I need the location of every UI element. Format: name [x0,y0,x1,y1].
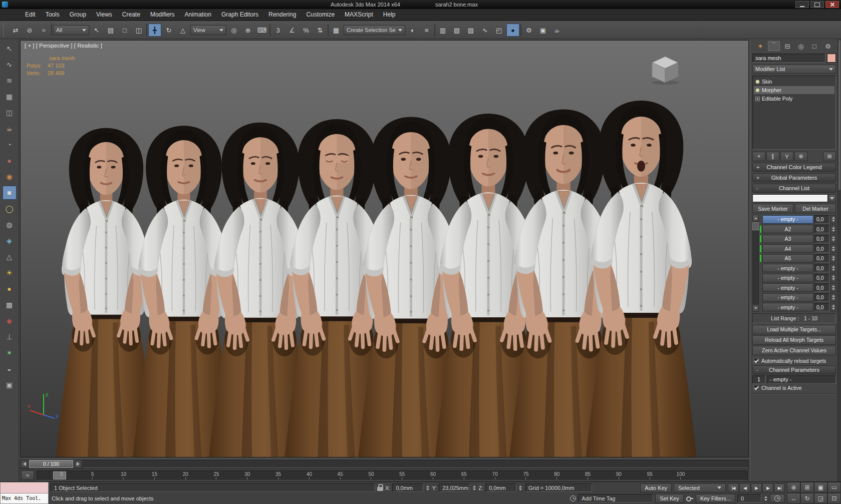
morpher-action-button[interactable]: Zero Active Channel Values [752,346,836,355]
viewport-label[interactable]: [ + ] [ Perspective ] [ Realistic ] [25,43,102,49]
channel-spinner[interactable] [830,215,836,224]
channel-button[interactable]: A3 [762,235,813,243]
diamond-tool-icon[interactable]: ◈ [3,234,17,248]
channel-value-field[interactable]: 0,0 [814,225,829,233]
menu-item[interactable]: Rendering [263,9,301,21]
z-coordinate-field[interactable]: 0,0mm [485,483,516,492]
channel-spinner[interactable] [830,293,836,302]
grid-tool-icon[interactable]: ▦ [3,90,17,104]
channel-value-field[interactable]: 0,0 [814,215,829,224]
zoom-all-button[interactable]: ⊞ [800,482,814,492]
square-tool-icon[interactable]: ▣ [3,378,17,392]
next-frame-button[interactable]: ▶ [762,483,773,492]
select-by-name-icon[interactable]: ▤ [104,24,117,37]
rollout-channel-color-legend[interactable]: + Channel Color Legend [752,163,836,172]
tab-create[interactable]: ✶ [754,41,766,51]
axis-tool-icon[interactable]: ⊥ [3,330,17,344]
channel-value-field[interactable]: 0,0 [814,283,829,292]
channel-value-field[interactable]: 0,0 [814,264,829,272]
set-key-mode-icon[interactable] [686,495,694,502]
key-mode-dropdown[interactable]: Selected [674,483,726,492]
morpher-action-button[interactable]: Load Multiple Targets... [752,325,836,334]
bind-to-space-warp-icon[interactable]: ≈ [37,24,50,37]
menu-item[interactable]: Graph Editors [216,9,263,21]
select-and-rotate-icon[interactable]: ↻ [162,24,175,37]
sphere-tool-icon[interactable]: ● [3,154,17,168]
earth-tool-icon[interactable]: ● [3,282,17,296]
select-tool-icon[interactable]: ↖ [3,42,17,56]
character-mesh-8[interactable] [566,87,716,457]
current-frame-field[interactable]: 0 [737,494,761,502]
channel-spinner[interactable] [830,303,836,311]
time-slider-previous-button[interactable] [21,460,28,468]
menu-item[interactable]: Group [65,9,91,21]
channel-spinner[interactable] [830,283,836,292]
previous-frame-button[interactable]: ◀ [739,483,750,492]
tab-motion[interactable]: ◎ [795,41,807,51]
zoom-extents-button[interactable]: ▣ [814,482,827,492]
panel-scrollbar[interactable] [837,39,841,481]
key-filters-button[interactable]: Key Filters... [696,494,735,503]
pin-stack-button[interactable]: ⌖ [752,152,765,161]
menu-item[interactable]: Animation [180,9,216,21]
window-crossing-icon[interactable]: ◫ [132,24,145,37]
channel-button[interactable]: - empty - [762,215,813,224]
macro-recorder-pane[interactable] [0,482,49,493]
auto-reload-checkbox[interactable] [753,358,759,363]
modifier-stack-item[interactable]: Morpher [754,86,834,94]
pan-button[interactable]: ↔ [787,493,800,503]
x-coordinate-field[interactable]: 0,0mm [392,483,423,492]
x-spinner[interactable] [425,485,430,490]
named-selection-sets-dropdown[interactable]: Create Selection Se [344,25,405,35]
menu-item[interactable]: Modifiers [145,9,180,21]
schematic-view-icon[interactable]: ◰ [492,24,505,37]
menu-item[interactable]: Help [378,9,401,21]
rollout-channel-parameters[interactable]: - Channel Parameters [752,365,836,374]
box-tool-icon[interactable]: ■ [3,186,17,200]
tab-hierarchy[interactable]: ⊟ [781,41,793,51]
toolbar-button[interactable] [328,24,329,36]
select-and-move-icon[interactable]: ╋ [148,24,161,37]
render-setup-icon[interactable]: ⚙ [522,24,535,37]
time-slider-thumb[interactable]: 0 / 100 [29,460,73,468]
layer-explorer-icon[interactable]: ▧ [450,24,463,37]
circle-tool-icon[interactable]: ◯ [3,202,17,216]
frame-spinner[interactable] [763,496,768,501]
maximize-button[interactable] [810,1,824,8]
channel-button[interactable]: A4 [762,244,813,253]
panel-tool-icon[interactable]: ◫ [3,106,17,120]
auto-key-button[interactable]: Auto Key [640,483,672,492]
channel-button[interactable]: A2 [762,225,813,233]
menu-item[interactable]: Edit [20,9,41,21]
target-tool-icon[interactable]: ◉ [3,170,17,184]
zoom-region-button[interactable]: ▭ [827,482,841,492]
select-and-link-icon[interactable]: ⇄ [9,24,22,37]
percent-snap-toggle-icon[interactable]: % [300,24,313,37]
minimize-button[interactable] [795,1,809,8]
listener-pane[interactable]: Max 4ds Tool. [0,493,49,504]
mini-curve-editor-button[interactable]: ≈ [21,470,34,480]
maxscript-mini-listener[interactable]: Max 4ds Tool. [0,482,49,504]
time-slider-track[interactable] [83,460,748,468]
wave-tool-icon[interactable]: ≋ [3,74,17,88]
app-icon[interactable] [2,2,8,8]
use-pivot-point-center-icon[interactable]: ◎ [227,24,240,37]
half-sphere-tool-icon[interactable]: ◒ [3,362,17,376]
clock-tool-icon[interactable]: ◔ [3,138,17,152]
toolbar-button[interactable] [146,24,147,36]
curve-tool-icon[interactable]: ∿ [3,58,17,72]
channel-value-field[interactable]: 0,0 [814,235,829,243]
rectangular-selection-region-icon[interactable]: □ [118,24,131,37]
del-marker-button[interactable]: Del Marker [795,204,836,213]
channel-button[interactable]: A5 [762,254,813,263]
channel-spinner[interactable] [830,225,836,233]
channel-value-field[interactable]: 0,0 [814,303,829,311]
scroll-down-button[interactable] [752,305,759,312]
play-button[interactable]: ▶ [751,483,762,492]
marker-dropdown[interactable] [752,194,828,202]
select-and-manipulate-icon[interactable]: ⊕ [241,24,254,37]
curve-editor-icon[interactable]: ∿ [478,24,491,37]
modifier-stack[interactable]: Skin Morpher Editable Poly [752,76,836,150]
menu-item[interactable]: Tools [41,9,65,21]
menu-item[interactable]: Views [91,9,117,21]
